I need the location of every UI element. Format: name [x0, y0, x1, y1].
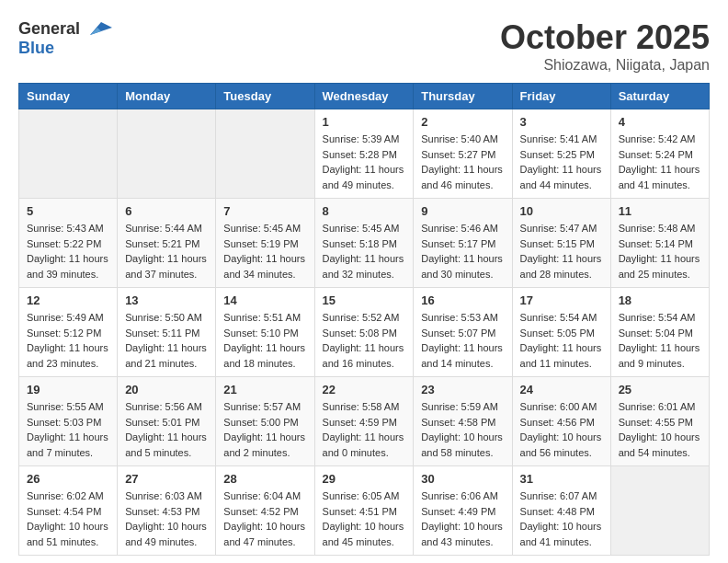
- month-title: October 2025: [500, 18, 710, 57]
- day-info: Sunrise: 5:43 AM Sunset: 5:22 PM Dayligh…: [27, 221, 109, 282]
- day-number: 30: [421, 472, 504, 486]
- header-wednesday: Wednesday: [314, 84, 414, 109]
- day-number: 29: [323, 472, 406, 486]
- calendar-week-row: 26Sunrise: 6:02 AM Sunset: 4:54 PM Dayli…: [19, 466, 710, 556]
- day-info: Sunrise: 5:45 AM Sunset: 5:18 PM Dayligh…: [323, 221, 406, 282]
- day-number: 18: [619, 293, 701, 307]
- table-row: 28Sunrise: 6:04 AM Sunset: 4:52 PM Dayli…: [216, 466, 314, 556]
- table-row: 11Sunrise: 5:48 AM Sunset: 5:14 PM Dayli…: [610, 199, 709, 288]
- day-info: Sunrise: 6:01 AM Sunset: 4:55 PM Dayligh…: [619, 399, 701, 460]
- day-number: 19: [27, 383, 109, 396]
- table-row: 12Sunrise: 5:49 AM Sunset: 5:12 PM Dayli…: [19, 288, 118, 377]
- table-row: 6Sunrise: 5:44 AM Sunset: 5:21 PM Daylig…: [118, 199, 216, 288]
- day-number: 22: [323, 383, 406, 396]
- day-info: Sunrise: 5:47 AM Sunset: 5:15 PM Dayligh…: [520, 221, 603, 282]
- day-number: 13: [125, 293, 208, 307]
- calendar-week-row: 12Sunrise: 5:49 AM Sunset: 5:12 PM Dayli…: [19, 288, 710, 377]
- day-info: Sunrise: 5:49 AM Sunset: 5:12 PM Dayligh…: [27, 310, 109, 371]
- day-number: 25: [619, 383, 701, 396]
- day-info: Sunrise: 6:06 AM Sunset: 4:49 PM Dayligh…: [421, 488, 504, 549]
- day-info: Sunrise: 5:51 AM Sunset: 5:10 PM Dayligh…: [223, 310, 306, 371]
- day-number: 15: [323, 293, 406, 307]
- day-number: 17: [520, 293, 603, 307]
- day-info: Sunrise: 5:40 AM Sunset: 5:27 PM Dayligh…: [421, 132, 504, 192]
- table-row: 17Sunrise: 5:54 AM Sunset: 5:05 PM Dayli…: [512, 288, 610, 377]
- day-info: Sunrise: 6:03 AM Sunset: 4:53 PM Dayligh…: [125, 488, 208, 549]
- day-info: Sunrise: 5:57 AM Sunset: 5:00 PM Dayligh…: [223, 399, 306, 460]
- table-row: 21Sunrise: 5:57 AM Sunset: 5:00 PM Dayli…: [216, 377, 314, 466]
- day-info: Sunrise: 5:46 AM Sunset: 5:17 PM Dayligh…: [421, 221, 504, 282]
- calendar-header-row: Sunday Monday Tuesday Wednesday Thursday…: [19, 84, 710, 109]
- day-number: 23: [421, 383, 504, 396]
- header-monday: Monday: [118, 84, 216, 109]
- day-info: Sunrise: 5:53 AM Sunset: 5:07 PM Dayligh…: [421, 310, 504, 371]
- table-row: 26Sunrise: 6:02 AM Sunset: 4:54 PM Dayli…: [19, 466, 118, 556]
- day-number: 9: [421, 204, 504, 218]
- day-number: 10: [520, 204, 603, 218]
- table-row: 20Sunrise: 5:56 AM Sunset: 5:01 PM Dayli…: [118, 377, 216, 466]
- header-saturday: Saturday: [610, 84, 709, 109]
- day-number: 6: [125, 204, 208, 218]
- header-tuesday: Tuesday: [216, 84, 314, 109]
- table-row: 31Sunrise: 6:07 AM Sunset: 4:48 PM Dayli…: [512, 466, 610, 556]
- page-header: General Blue October 2025 Shiozawa, Niig…: [18, 18, 710, 74]
- table-row: 19Sunrise: 5:55 AM Sunset: 5:03 PM Dayli…: [19, 377, 118, 466]
- day-number: 12: [27, 293, 109, 307]
- day-info: Sunrise: 5:48 AM Sunset: 5:14 PM Dayligh…: [619, 221, 701, 282]
- table-row: 24Sunrise: 6:00 AM Sunset: 4:56 PM Dayli…: [512, 377, 610, 466]
- table-row: [118, 109, 216, 199]
- day-info: Sunrise: 5:58 AM Sunset: 4:59 PM Dayligh…: [323, 399, 406, 460]
- logo-bird-icon: [83, 18, 112, 39]
- header-friday: Friday: [512, 84, 610, 109]
- day-info: Sunrise: 5:45 AM Sunset: 5:19 PM Dayligh…: [223, 221, 306, 282]
- table-row: 2Sunrise: 5:40 AM Sunset: 5:27 PM Daylig…: [414, 109, 512, 199]
- header-sunday: Sunday: [19, 84, 118, 109]
- day-number: 31: [520, 472, 603, 486]
- table-row: 8Sunrise: 5:45 AM Sunset: 5:18 PM Daylig…: [314, 199, 414, 288]
- day-info: Sunrise: 5:41 AM Sunset: 5:25 PM Dayligh…: [520, 132, 603, 192]
- table-row: 16Sunrise: 5:53 AM Sunset: 5:07 PM Dayli…: [414, 288, 512, 377]
- logo-general-text: General: [18, 19, 80, 39]
- location-subtitle: Shiozawa, Niigata, Japan: [500, 57, 710, 74]
- day-info: Sunrise: 5:52 AM Sunset: 5:08 PM Dayligh…: [323, 310, 406, 371]
- day-info: Sunrise: 5:54 AM Sunset: 5:04 PM Dayligh…: [619, 310, 701, 371]
- table-row: 3Sunrise: 5:41 AM Sunset: 5:25 PM Daylig…: [512, 109, 610, 199]
- day-number: 3: [520, 115, 603, 129]
- day-info: Sunrise: 6:04 AM Sunset: 4:52 PM Dayligh…: [223, 488, 306, 549]
- day-number: 28: [223, 472, 306, 486]
- table-row: [19, 109, 118, 199]
- table-row: 1Sunrise: 5:39 AM Sunset: 5:28 PM Daylig…: [314, 109, 414, 199]
- day-number: 20: [125, 383, 208, 396]
- day-info: Sunrise: 5:59 AM Sunset: 4:58 PM Dayligh…: [421, 399, 504, 460]
- day-number: 7: [223, 204, 306, 218]
- table-row: 18Sunrise: 5:54 AM Sunset: 5:04 PM Dayli…: [610, 288, 709, 377]
- day-info: Sunrise: 6:00 AM Sunset: 4:56 PM Dayligh…: [520, 399, 603, 460]
- table-row: 30Sunrise: 6:06 AM Sunset: 4:49 PM Dayli…: [414, 466, 512, 556]
- day-number: 2: [421, 115, 504, 129]
- day-number: 21: [223, 383, 306, 396]
- table-row: 29Sunrise: 6:05 AM Sunset: 4:51 PM Dayli…: [314, 466, 414, 556]
- table-row: 10Sunrise: 5:47 AM Sunset: 5:15 PM Dayli…: [512, 199, 610, 288]
- table-row: 23Sunrise: 5:59 AM Sunset: 4:58 PM Dayli…: [414, 377, 512, 466]
- table-row: 13Sunrise: 5:50 AM Sunset: 5:11 PM Dayli…: [118, 288, 216, 377]
- table-row: 9Sunrise: 5:46 AM Sunset: 5:17 PM Daylig…: [414, 199, 512, 288]
- day-number: 8: [323, 204, 406, 218]
- table-row: 25Sunrise: 6:01 AM Sunset: 4:55 PM Dayli…: [610, 377, 709, 466]
- day-number: 11: [619, 204, 701, 218]
- day-number: 27: [125, 472, 208, 486]
- table-row: [216, 109, 314, 199]
- day-info: Sunrise: 5:54 AM Sunset: 5:05 PM Dayligh…: [520, 310, 603, 371]
- day-number: 16: [421, 293, 504, 307]
- day-info: Sunrise: 5:42 AM Sunset: 5:24 PM Dayligh…: [619, 132, 701, 192]
- day-info: Sunrise: 5:55 AM Sunset: 5:03 PM Dayligh…: [27, 399, 109, 460]
- day-number: 4: [619, 115, 701, 129]
- table-row: 7Sunrise: 5:45 AM Sunset: 5:19 PM Daylig…: [216, 199, 314, 288]
- table-row: 4Sunrise: 5:42 AM Sunset: 5:24 PM Daylig…: [610, 109, 709, 199]
- logo: General Blue: [18, 18, 112, 58]
- table-row: 14Sunrise: 5:51 AM Sunset: 5:10 PM Dayli…: [216, 288, 314, 377]
- table-row: 27Sunrise: 6:03 AM Sunset: 4:53 PM Dayli…: [118, 466, 216, 556]
- title-section: October 2025 Shiozawa, Niigata, Japan: [500, 18, 710, 74]
- day-info: Sunrise: 6:05 AM Sunset: 4:51 PM Dayligh…: [323, 488, 406, 549]
- day-number: 1: [323, 115, 406, 129]
- day-number: 26: [27, 472, 109, 486]
